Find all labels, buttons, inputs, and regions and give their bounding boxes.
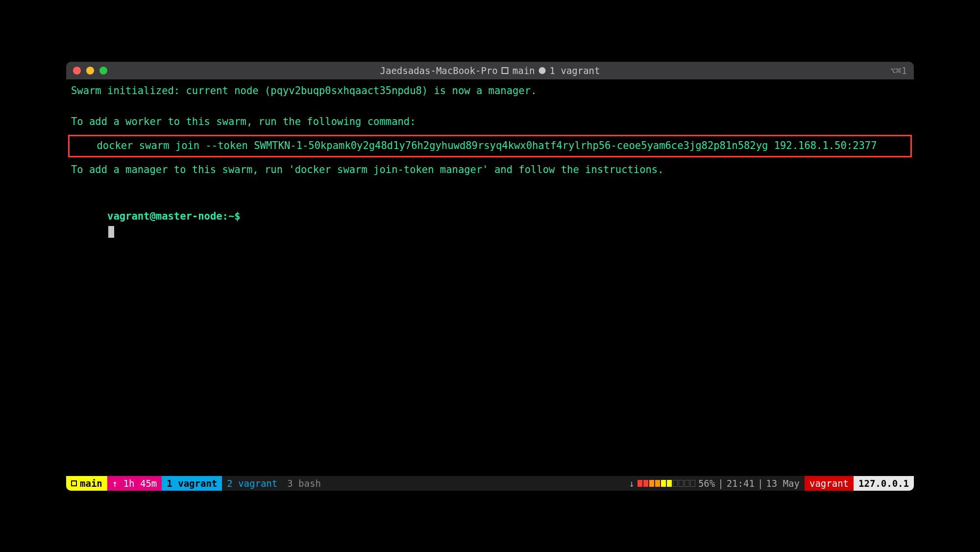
title-session: main [513, 65, 535, 76]
output-blank [71, 99, 909, 114]
highlight-annotation: docker swarm join --token SWMTKN-1-50kpa… [68, 135, 912, 157]
prompt-line: vagrant@master-node:~$ [71, 193, 909, 255]
swarm-join-command: docker swarm join --token SWMTKN-1-50kpa… [73, 138, 907, 154]
status-session[interactable]: main [66, 476, 107, 491]
battery-bar-icon [637, 480, 695, 487]
uptime-arrow-icon: ↑ [112, 478, 118, 489]
output-line: To add a manager to this swarm, run 'doc… [71, 162, 909, 178]
separator: | [758, 478, 763, 489]
terminal-body[interactable]: Swarm initialized: current node (pqyv2bu… [66, 79, 914, 476]
uptime-value: 1h 45m [123, 478, 157, 489]
titlebar: Jaedsadas-MacBook-Pro main 1 vagrant ⌥⌘1 [66, 62, 914, 79]
window-title: Jaedsadas-MacBook-Pro main 1 vagrant [380, 65, 600, 76]
shell-prompt: vagrant@master-node:~$ [107, 210, 241, 222]
battery-percent: 56% [698, 478, 715, 489]
status-window-1[interactable]: 1 vagrant [162, 476, 222, 491]
status-user: vagrant [805, 476, 854, 491]
status-session-label: main [80, 478, 102, 489]
minimize-button[interactable] [86, 67, 94, 75]
tmux-statusbar: main ↑ 1h 45m 1 vagrant 2 vagrant 3 bash… [66, 476, 914, 491]
separator: | [718, 478, 723, 489]
window-dot-icon [539, 67, 546, 74]
fullscreen-button[interactable] [99, 67, 107, 75]
output-blank [71, 177, 909, 193]
download-arrow-icon: ↓ [629, 478, 634, 489]
status-time: 21:41 [727, 478, 755, 489]
status-ip-label: 127.0.0.1 [858, 478, 909, 489]
output-line: To add a worker to this swarm, run the f… [71, 114, 909, 130]
status-spacer [326, 476, 624, 491]
status-ip: 127.0.0.1 [854, 476, 914, 491]
terminal-window: Jaedsadas-MacBook-Pro main 1 vagrant ⌥⌘1… [66, 62, 914, 491]
window-1-label: 1 vagrant [167, 478, 217, 489]
session-square-icon [71, 480, 77, 486]
title-hostname: Jaedsadas-MacBook-Pro [380, 65, 498, 76]
output-line: Swarm initialized: current node (pqyv2bu… [71, 83, 909, 99]
session-icon [502, 67, 509, 74]
traffic-lights [73, 67, 107, 75]
status-date: 13 May [766, 478, 800, 489]
window-2-label: 2 vagrant [227, 478, 277, 489]
status-user-label: vagrant [809, 478, 849, 489]
window-3-label: 3 bash [287, 478, 321, 489]
status-right: ↓ 56% | 21:41 | 13 May [624, 476, 805, 491]
status-uptime: ↑ 1h 45m [107, 476, 162, 491]
cursor-icon [108, 226, 114, 238]
status-window-2[interactable]: 2 vagrant [222, 476, 282, 491]
status-window-3[interactable]: 3 bash [282, 476, 326, 491]
close-button[interactable] [73, 67, 81, 75]
shortcut-hint: ⌥⌘1 [890, 65, 907, 76]
title-window: 1 vagrant [550, 65, 600, 76]
